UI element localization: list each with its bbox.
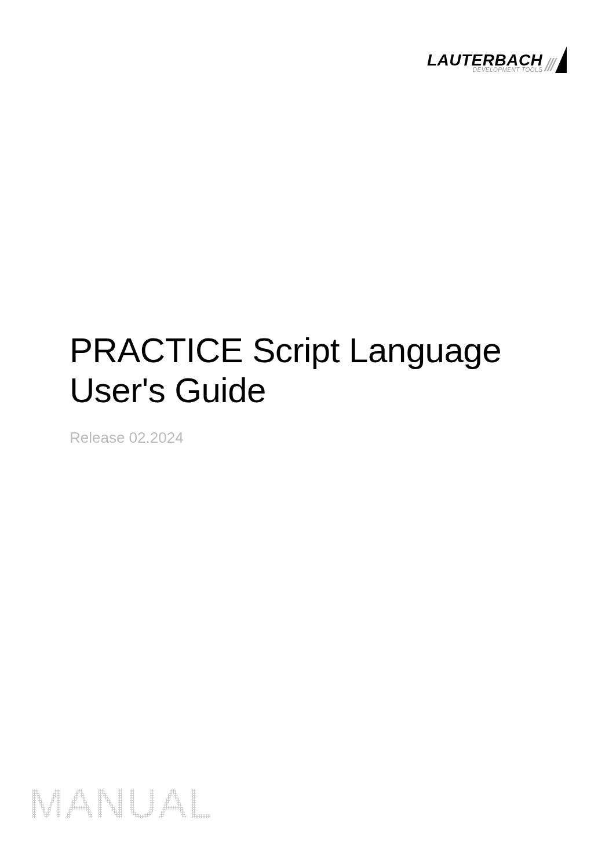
logo-text-block: LAUTERBACH DEVELOPMENT TOOLS	[427, 52, 542, 73]
logo-tagline: DEVELOPMENT TOOLS	[473, 67, 543, 73]
title-block: PRACTICE Script Language User's Guide Re…	[70, 330, 567, 447]
manual-watermark: MANUAL	[29, 779, 213, 827]
company-logo: LAUTERBACH DEVELOPMENT TOOLS ///	[427, 46, 567, 73]
document-title: PRACTICE Script Language User's Guide	[70, 330, 567, 410]
logo-slashes-icon: ///	[545, 58, 553, 73]
logo-triangle-icon	[555, 46, 567, 73]
release-label: Release 02.2024	[70, 429, 567, 447]
logo-brand: LAUTERBACH	[427, 52, 542, 68]
